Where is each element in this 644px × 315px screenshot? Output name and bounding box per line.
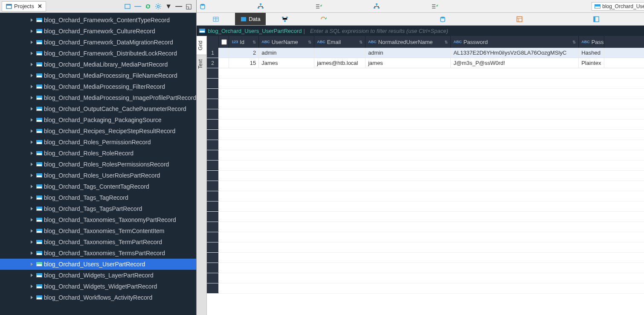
sort-icon[interactable]: ⇅ (444, 40, 448, 44)
col-password[interactable]: ABCPassword⇅ (451, 36, 579, 48)
col-checkbox[interactable] (219, 36, 229, 48)
tree-item[interactable]: blog_Orchard_MediaLibrary_MediaPartRecor… (0, 59, 196, 70)
row-checkbox-cell[interactable] (219, 48, 229, 58)
tree-item[interactable]: blog_Orchard_Roles_PermissionRecord (0, 137, 196, 148)
maximize-icon[interactable]: ◱ (186, 2, 192, 10)
expand-icon[interactable] (31, 262, 33, 266)
sort-icon[interactable]: ⇅ (308, 40, 311, 44)
expand-icon[interactable] (31, 174, 33, 177)
expand-icon[interactable] (31, 196, 33, 199)
cell-normalized[interactable]: admin (366, 48, 451, 58)
expand-icon[interactable] (31, 285, 33, 288)
text-tab[interactable]: Text (197, 55, 206, 73)
expand-icon[interactable] (31, 274, 33, 277)
refresh2-icon[interactable] (320, 16, 327, 23)
projects-tree[interactable]: blog_Orchard_Framework_ContentTypeRecord… (0, 13, 196, 315)
dropdown-icon[interactable]: ▼ (165, 3, 172, 10)
data-grid[interactable]: 123Id⇅ ABCUserName⇅ ABCEmail⇅ ABCNormali… (207, 36, 644, 315)
tree-item[interactable]: blog_Orchard_Tags_TagRecord (0, 192, 196, 203)
grid-icon[interactable] (212, 16, 219, 23)
expand-icon[interactable] (31, 63, 33, 66)
tree-item[interactable]: blog_Orchard_MediaProcessing_FilterRecor… (0, 81, 196, 92)
cell-username[interactable]: James (259, 58, 314, 68)
editor-tab[interactable]: blog_Orchard_Users_ ✕ (592, 2, 644, 11)
tree-item[interactable]: blog_Orchard_Framework_DistributedLockRe… (0, 48, 196, 59)
sort-icon[interactable]: ⇅ (252, 40, 256, 44)
schema2-icon[interactable] (373, 3, 380, 10)
expand-icon[interactable] (31, 229, 33, 233)
col-passfmt[interactable]: ABCPass (579, 36, 604, 48)
expand-icon[interactable] (31, 85, 33, 88)
tree-item[interactable]: blog_Orchard_Taxonomies_TermPartRecord (0, 236, 196, 248)
cell-passfmt[interactable]: Plaintex (579, 58, 604, 68)
expand-icon[interactable] (31, 107, 33, 111)
expand-icon[interactable] (31, 218, 33, 222)
cell-passfmt[interactable]: Hashed (579, 48, 604, 58)
tree-item[interactable]: blog_Orchard_Roles_RoleRecord (0, 148, 196, 159)
expand-icon[interactable] (31, 251, 33, 255)
refresh-icon[interactable] (145, 3, 151, 10)
panel-icon[interactable] (593, 16, 600, 23)
tree-item[interactable]: blog_Orchard_Workflows_ActivityRecord (0, 292, 196, 303)
expand-icon[interactable] (31, 41, 33, 44)
tree-item[interactable]: blog_Orchard_Tags_ContentTagRecord (0, 181, 196, 192)
tree-item[interactable]: blog_Orchard_Packaging_PackagingSource (0, 114, 196, 125)
col-normalized[interactable]: ABCNormalizedUserName⇅ (366, 36, 451, 48)
expand-icon[interactable] (31, 29, 33, 33)
window-icon[interactable] (124, 3, 131, 10)
minus-icon[interactable]: — (134, 3, 141, 10)
sort-icon[interactable]: ⇅ (572, 40, 576, 44)
tree-item[interactable]: blog_Orchard_Framework_CultureRecord (0, 26, 196, 37)
check-list2-icon[interactable] (431, 3, 438, 10)
tree-item[interactable]: blog_Orchard_Roles_UserRolesPartRecord (0, 170, 196, 181)
tree-item[interactable]: blog_Orchard_Taxonomies_TaxonomyPartReco… (0, 214, 196, 225)
db3-icon[interactable] (439, 16, 446, 23)
expand-icon[interactable] (31, 207, 33, 210)
close-icon[interactable]: ✕ (38, 3, 42, 9)
expand-icon[interactable] (31, 118, 33, 122)
er-icon[interactable] (281, 16, 288, 23)
projects-tab[interactable]: Projects ✕ (2, 1, 46, 12)
schema-icon[interactable] (257, 3, 264, 10)
expand-icon[interactable] (31, 96, 33, 99)
cell-email[interactable]: james@htb.local (314, 58, 366, 68)
filter-bar[interactable]: blog_Orchard_Users_UserPartRecord | Ente… (197, 26, 644, 36)
expand-icon[interactable] (31, 296, 33, 299)
tree-item[interactable]: blog_Orchard_Tags_TagsPartRecord (0, 203, 196, 214)
row-number[interactable]: 2 (207, 58, 219, 68)
expand-icon[interactable] (31, 52, 33, 55)
cell-id[interactable]: 15 (229, 58, 259, 68)
col-rownum[interactable] (207, 36, 219, 48)
tree-item[interactable]: blog_Orchard_Roles_RolesPermissionsRecor… (0, 159, 196, 170)
expand-icon[interactable] (31, 185, 33, 188)
database-icon[interactable] (199, 3, 206, 10)
expand-icon[interactable] (31, 163, 33, 166)
tree-item[interactable]: blog_Orchard_Widgets_WidgetPartRecord (0, 281, 196, 292)
data-tab-button[interactable]: Data (235, 13, 265, 25)
expand-icon[interactable] (31, 129, 33, 133)
tree-item[interactable]: blog_Orchard_Recipes_RecipeStepResultRec… (0, 125, 196, 137)
tree-item[interactable]: blog_Orchard_Widgets_LayerPartRecord (0, 270, 196, 281)
cell-password[interactable]: J@m3s_P@ssW0rd! (451, 58, 579, 68)
expand-icon[interactable] (31, 18, 33, 22)
tree-item[interactable]: blog_Orchard_MediaProcessing_FileNameRec… (0, 70, 196, 81)
expand-icon[interactable] (31, 74, 33, 77)
sort-icon[interactable]: ⇅ (359, 40, 363, 44)
tree-item[interactable]: blog_Orchard_OutputCache_CacheParameterR… (0, 103, 196, 114)
tree-item[interactable]: blog_Orchard_MediaProcessing_ImageProfil… (0, 92, 196, 103)
tree-item[interactable]: blog_Orchard_Users_UserPartRecord (0, 259, 196, 270)
grid-tab[interactable]: Grid (197, 36, 206, 55)
check-list-icon[interactable] (315, 3, 322, 10)
table-row[interactable]: 2 15 James james@htb.local james J@m3s_P… (207, 58, 644, 68)
expand-icon[interactable] (31, 140, 33, 144)
tree-item[interactable]: blog_Orchard_Taxonomies_TermContentItem (0, 225, 196, 236)
tree-item[interactable]: blog_Orchard_Framework_DataMigrationReco… (0, 37, 196, 48)
cell-email[interactable] (314, 48, 366, 58)
cell-id[interactable]: 2 (229, 48, 259, 58)
tree-item[interactable]: blog_Orchard_Framework_ContentTypeRecord (0, 15, 196, 26)
gear-icon[interactable] (155, 3, 162, 10)
row-checkbox-cell[interactable] (219, 58, 229, 68)
tree-item[interactable]: blog_Orchard_Taxonomies_TermsPartRecord (0, 248, 196, 259)
col-username[interactable]: ABCUserName⇅ (259, 36, 314, 48)
select-all-checkbox[interactable] (221, 39, 227, 45)
